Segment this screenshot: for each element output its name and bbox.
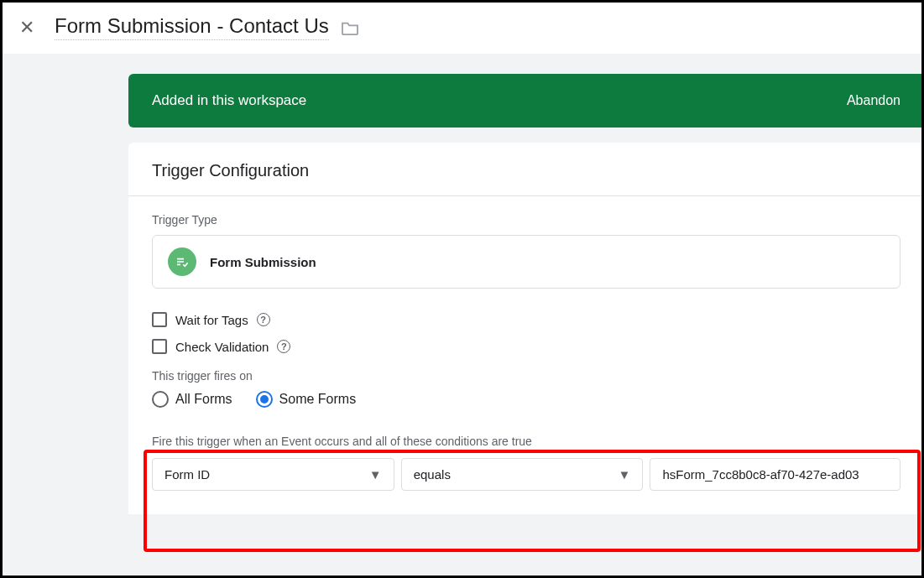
close-icon[interactable]: ✕ xyxy=(19,18,34,37)
trigger-type-name: Form Submission xyxy=(210,255,316,269)
condition-variable-dropdown[interactable]: Form ID ▼ xyxy=(152,458,394,491)
radio-button[interactable] xyxy=(256,391,273,408)
check-validation-checkbox[interactable] xyxy=(152,339,167,354)
radio-all-forms[interactable]: All Forms xyxy=(152,391,232,408)
input-value: hsForm_7cc8b0c8-af70-427e-ad03 xyxy=(662,467,859,482)
form-submission-icon xyxy=(168,247,196,276)
radio-some-forms[interactable]: Some Forms xyxy=(256,391,357,408)
panel-title: Trigger Configuration xyxy=(128,143,924,196)
wait-for-tags-checkbox[interactable] xyxy=(152,312,167,327)
condition-row: Form ID ▼ equals ▼ hsForm_7cc8b0c8-af70-… xyxy=(152,458,901,491)
workspace-banner: Added in this workspace Abandon xyxy=(128,74,924,128)
condition-operator-dropdown[interactable]: equals ▼ xyxy=(401,458,644,491)
content-area: Added in this workspace Abandon Trigger … xyxy=(3,54,921,575)
wait-for-tags-row[interactable]: Wait for Tags ? xyxy=(152,312,901,327)
dropdown-value: equals xyxy=(414,467,451,482)
help-icon[interactable]: ? xyxy=(277,340,290,353)
folder-icon[interactable] xyxy=(341,20,359,35)
check-validation-row[interactable]: Check Validation ? xyxy=(152,339,901,354)
top-bar: ✕ Form Submission - Contact Us xyxy=(3,3,921,54)
dropdown-value: Form ID xyxy=(164,467,210,482)
check-validation-label: Check Validation xyxy=(175,340,269,354)
banner-text: Added in this workspace xyxy=(152,92,306,109)
fires-on-label: This trigger fires on xyxy=(152,369,901,383)
wait-for-tags-label: Wait for Tags xyxy=(175,313,248,327)
radio-button[interactable] xyxy=(152,391,169,408)
radio-label: Some Forms xyxy=(279,392,357,407)
help-icon[interactable]: ? xyxy=(257,313,270,326)
abandon-button[interactable]: Abandon xyxy=(847,93,901,108)
condition-value-input[interactable]: hsForm_7cc8b0c8-af70-427e-ad03 xyxy=(650,458,901,491)
trigger-config-panel: Trigger Configuration Trigger Type Form … xyxy=(128,143,924,514)
trigger-type-label: Trigger Type xyxy=(152,213,901,227)
chevron-down-icon: ▼ xyxy=(369,467,382,482)
page-title[interactable]: Form Submission - Contact Us xyxy=(55,14,329,40)
chevron-down-icon: ▼ xyxy=(619,467,631,482)
condition-label: Fire this trigger when an Event occurs a… xyxy=(152,435,901,448)
radio-label: All Forms xyxy=(175,392,232,407)
fires-on-radio-group: All Forms Some Forms xyxy=(152,391,901,408)
trigger-type-selector[interactable]: Form Submission xyxy=(152,235,901,289)
